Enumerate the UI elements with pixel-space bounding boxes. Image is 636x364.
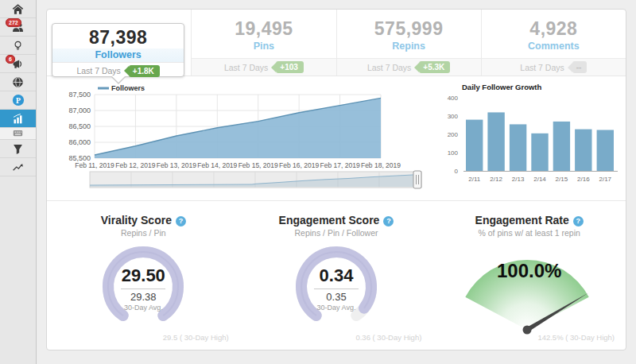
svg-text:0: 0 bbox=[455, 168, 459, 175]
bar-chart-icon bbox=[12, 113, 24, 125]
gauge-average: 29.38 bbox=[76, 291, 211, 303]
svg-text:P: P bbox=[16, 96, 21, 105]
gauges-section: Virality Score? Repins / Pin 29.50 29.38… bbox=[47, 200, 626, 350]
sidebar: 2726P bbox=[0, 0, 37, 364]
thirty-day-high: 0.36 ( 30-Day High) bbox=[355, 333, 421, 342]
svg-text:Feb 12, 2019: Feb 12, 2019 bbox=[115, 161, 155, 169]
svg-text:Feb 17, 2019: Feb 17, 2019 bbox=[320, 161, 360, 169]
change-badge: +103 bbox=[276, 61, 304, 73]
stat-label: Repins bbox=[337, 41, 481, 52]
gauge-average-label: 30-Day Avg. bbox=[76, 304, 211, 312]
stat-card-comments[interactable]: 4,928 Comments Last 7 Days-- bbox=[482, 10, 626, 76]
pinterest-icon: P bbox=[12, 94, 25, 106]
sidebar-item-home[interactable] bbox=[0, 0, 36, 18]
stat-card-followers[interactable]: 87,398 Followers Last 7 Days+1.8K bbox=[47, 10, 192, 76]
selected-stat-card[interactable]: 87,398 Followers Last 7 Days+1.8K bbox=[52, 23, 184, 77]
change-badge: -- bbox=[572, 61, 588, 73]
dashboard-panel: 87,398 Followers Last 7 Days+1.8K 19,495… bbox=[46, 9, 626, 350]
svg-text:100: 100 bbox=[448, 149, 459, 157]
svg-text:2/16: 2/16 bbox=[577, 176, 590, 183]
gauge-subtitle: Repins / Pin bbox=[47, 228, 240, 238]
help-icon[interactable]: ? bbox=[176, 216, 186, 227]
help-icon[interactable]: ? bbox=[573, 216, 584, 227]
pinterest-analytics-dashboard: 2726P 87,398 Followers Last 7 Days+1.8K … bbox=[0, 0, 636, 364]
svg-text:86,500: 86,500 bbox=[68, 122, 91, 130]
stat-card-repins[interactable]: 575,999 Repins Last 7 Days+5.3K bbox=[337, 10, 482, 76]
funnel-icon bbox=[12, 143, 24, 155]
svg-text:2/14: 2/14 bbox=[533, 176, 546, 183]
change-badge: +5.3K bbox=[419, 61, 450, 73]
stat-card-pins[interactable]: 19,495 Pins Last 7 Days+103 bbox=[192, 10, 336, 76]
stat-value: 4,928 bbox=[482, 18, 626, 40]
stats-row: 87,398 Followers Last 7 Days+1.8K 19,495… bbox=[47, 10, 626, 76]
fan-gauge: 100.0% bbox=[454, 247, 605, 341]
help-icon[interactable]: ? bbox=[383, 216, 394, 227]
sidebar-item-filter[interactable] bbox=[0, 140, 36, 158]
gauge-title: Engagement Rate? bbox=[432, 214, 626, 227]
gauge-subtitle: % of pins w/ at least 1 repin bbox=[432, 228, 626, 238]
stat-footer: Last 7 Days+5.3K bbox=[337, 58, 481, 76]
svg-text:87,000: 87,000 bbox=[68, 106, 91, 114]
stat-period: Last 7 Days bbox=[224, 63, 268, 72]
svg-text:300: 300 bbox=[448, 113, 459, 120]
gauge-engagement-score: Engagement Score? Repins / Pin / Followe… bbox=[240, 201, 433, 350]
stat-period: Last 7 Days bbox=[520, 63, 564, 72]
stat-value: 575,999 bbox=[337, 18, 481, 40]
svg-text:400: 400 bbox=[448, 95, 459, 102]
gauge-value: 0.34 bbox=[269, 265, 404, 286]
svg-text:Daily Follower Growth: Daily Follower Growth bbox=[462, 83, 541, 91]
svg-text:Feb 16, 2019: Feb 16, 2019 bbox=[279, 161, 319, 169]
thirty-day-high: 29.5 ( 30-Day High) bbox=[163, 333, 229, 342]
keyboard-icon bbox=[13, 130, 23, 137]
stat-label: Pins bbox=[192, 41, 335, 52]
sidebar-item-pinterest[interactable]: P bbox=[0, 91, 36, 110]
svg-text:2/13: 2/13 bbox=[512, 176, 525, 183]
svg-text:Feb 11, 2019: Feb 11, 2019 bbox=[75, 161, 114, 169]
svg-text:86,000: 86,000 bbox=[68, 138, 91, 146]
sidebar-item-community[interactable]: 272 bbox=[0, 18, 36, 37]
stat-value: 19,495 bbox=[192, 18, 335, 40]
sidebar-item-announcements[interactable]: 6 bbox=[0, 55, 36, 73]
globe-icon bbox=[12, 76, 24, 88]
gauge-engagement-rate: Engagement Rate? % of pins w/ at least 1… bbox=[432, 201, 626, 350]
daily-growth-svg: Daily Follower Growth01002003004002/112/… bbox=[443, 79, 621, 195]
stat-value: 87,398 bbox=[52, 27, 184, 48]
gauge-title: Virality Score? bbox=[47, 214, 240, 227]
charts-section: 85,50086,00086,50087,00087,500Feb 11, 20… bbox=[47, 77, 626, 199]
svg-text:Feb 15, 2019: Feb 15, 2019 bbox=[238, 161, 278, 169]
stat-footer: Last 7 Days+103 bbox=[192, 58, 335, 76]
navigator-handle[interactable] bbox=[413, 171, 421, 188]
gauge-subtitle: Repins / Pin / Follower bbox=[240, 228, 433, 238]
sidebar-item-web[interactable] bbox=[0, 73, 36, 91]
thirty-day-high: 142.5% ( 30-Day High) bbox=[537, 333, 615, 342]
sidebar-item-keyboard[interactable] bbox=[0, 128, 36, 140]
gauge-average-label: 30-Day Avg. bbox=[269, 304, 404, 312]
trend-line-icon bbox=[12, 161, 24, 173]
sidebar-item-ideas[interactable] bbox=[0, 37, 36, 55]
svg-text:87,500: 87,500 bbox=[68, 91, 91, 99]
stat-period: Last 7 Days bbox=[76, 66, 120, 76]
change-badge: +1.8K bbox=[129, 65, 160, 77]
svg-text:Feb 18, 2019: Feb 18, 2019 bbox=[361, 161, 401, 169]
svg-text:2/15: 2/15 bbox=[556, 176, 568, 183]
notification-badge: 6 bbox=[6, 55, 15, 64]
svg-text:Followers: Followers bbox=[111, 84, 145, 92]
svg-text:2/12: 2/12 bbox=[490, 176, 502, 183]
gauge-value: 29.50 bbox=[76, 265, 211, 286]
sidebar-item-analytics[interactable] bbox=[0, 110, 36, 128]
notification-badge: 272 bbox=[6, 18, 21, 27]
stat-period: Last 7 Days bbox=[367, 63, 411, 72]
svg-text:2/11: 2/11 bbox=[468, 176, 481, 183]
home-icon bbox=[12, 3, 24, 15]
svg-text:Feb 13, 2019: Feb 13, 2019 bbox=[157, 161, 196, 169]
stat-label: Followers bbox=[52, 48, 184, 62]
svg-text:200: 200 bbox=[448, 131, 459, 138]
svg-text:2/17: 2/17 bbox=[599, 176, 612, 183]
followers-area-chart: 85,50086,00086,50087,00087,500Feb 11, 20… bbox=[61, 82, 429, 196]
sidebar-item-trends[interactable] bbox=[0, 158, 36, 176]
lightbulb-icon bbox=[12, 40, 24, 52]
svg-text:Feb 14, 2019: Feb 14, 2019 bbox=[197, 161, 237, 169]
gauge-title: Engagement Score? bbox=[240, 214, 433, 227]
stat-footer: Last 7 Days-- bbox=[482, 58, 626, 76]
followers-chart-svg: 85,50086,00086,50087,00087,500Feb 11, 20… bbox=[61, 82, 429, 193]
